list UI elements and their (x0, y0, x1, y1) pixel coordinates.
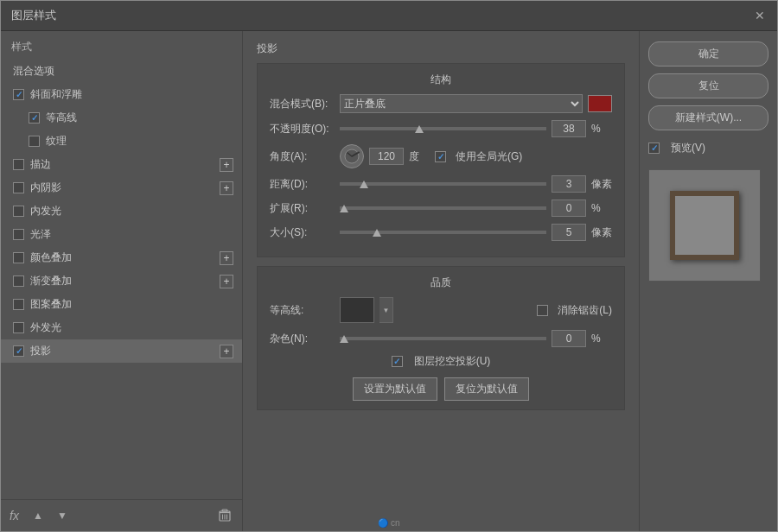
dialog-body: 样式 混合选项 斜面和浮雕 等高线 纹理 (1, 31, 777, 531)
outer-glow-checkbox[interactable] (13, 322, 24, 333)
style-item-contour[interactable]: 等高线 (1, 106, 242, 130)
angle-dial[interactable] (340, 144, 364, 168)
size-unit: 像素 (591, 225, 612, 240)
style-item-bevel[interactable]: 斜面和浮雕 (1, 83, 242, 106)
style-item-pattern-overlay[interactable]: 图案叠加 (1, 293, 242, 316)
texture-label: 纹理 (46, 134, 67, 149)
quality-group: 品质 等高线: ▼ 消除锯齿(L) (257, 266, 625, 410)
noise-row: 杂色(N): % (270, 330, 612, 347)
opacity-unit: % (591, 123, 612, 135)
antialias-checkbox[interactable] (537, 305, 548, 316)
distance-slider[interactable] (340, 182, 546, 186)
style-item-drop-shadow[interactable]: 投影 + (1, 339, 242, 363)
style-item-satin[interactable]: 光泽 (1, 223, 242, 246)
stroke-checkbox[interactable] (13, 159, 24, 170)
gradient-overlay-plus[interactable]: + (220, 275, 233, 288)
noise-slider[interactable] (340, 337, 546, 340)
styles-header: 样式 (1, 31, 242, 60)
style-item-outer-glow[interactable]: 外发光 (1, 316, 242, 339)
reset-button[interactable]: 复位 (648, 73, 768, 98)
distance-label: 距离(D): (270, 177, 335, 192)
size-slider[interactable] (340, 231, 546, 234)
preview-check-row: 预览(V) (648, 141, 768, 155)
angle-input[interactable] (369, 148, 404, 165)
inner-shadow-plus[interactable]: + (220, 181, 233, 195)
blend-mode-label: 混合模式(B): (270, 97, 335, 111)
middle-panel: 投影 结构 混合模式(B): 正片叠底 正常 溶解 滤色 叠加 (243, 31, 639, 531)
main-section-title: 投影 (257, 41, 625, 56)
gradient-overlay-checkbox[interactable] (13, 276, 24, 287)
preview-canvas (648, 169, 761, 282)
drop-shadow-plus[interactable]: + (220, 345, 233, 358)
style-item-inner-glow[interactable]: 内发光 (1, 200, 242, 223)
svg-rect-1 (222, 510, 227, 511)
color-overlay-label: 颜色叠加 (30, 250, 72, 265)
preview-inner (670, 191, 739, 260)
watermark: 🔵 cn (378, 518, 399, 528)
spread-label: 扩展(R): (270, 201, 335, 216)
reset-default-button[interactable]: 复位为默认值 (444, 377, 529, 401)
spread-slider[interactable] (340, 206, 546, 210)
pattern-overlay-checkbox[interactable] (13, 299, 24, 310)
style-item-stroke[interactable]: 描边 + (1, 153, 242, 176)
quality-contour-label: 等高线: (270, 303, 335, 318)
structure-group: 结构 混合模式(B): 正片叠底 正常 溶解 滤色 叠加 不透明度(O): (257, 63, 625, 257)
shadow-color-swatch[interactable] (588, 95, 612, 112)
style-list: 混合选项 斜面和浮雕 等高线 纹理 (1, 60, 242, 499)
drop-shadow-label: 投影 (30, 344, 51, 358)
preview-label: 预览(V) (671, 141, 705, 155)
blend-mode-select[interactable]: 正片叠底 正常 溶解 滤色 叠加 (340, 94, 583, 113)
dialog-title: 图层样式 (11, 8, 56, 23)
stroke-plus[interactable]: + (220, 158, 233, 172)
inner-glow-label: 内发光 (30, 204, 61, 218)
move-up-button[interactable]: ▲ (29, 507, 47, 524)
distance-row: 距离(D): 像素 (270, 175, 612, 193)
blending-label: 混合选项 (13, 64, 54, 79)
contour-dropdown[interactable]: ▼ (379, 297, 393, 323)
angle-unit: 度 (409, 149, 430, 164)
contour-preview[interactable] (340, 297, 374, 323)
title-bar: 图层样式 ✕ (1, 1, 777, 31)
style-item-inner-shadow[interactable]: 内阴影 + (1, 176, 242, 200)
distance-input[interactable] (552, 175, 586, 193)
preview-checkbox[interactable] (648, 142, 660, 154)
inner-shadow-checkbox[interactable] (13, 182, 24, 193)
opacity-row: 不透明度(O): % (270, 120, 612, 137)
size-row: 大小(S): 像素 (270, 224, 612, 241)
ok-button[interactable]: 确定 (648, 41, 768, 66)
bottom-buttons: 设置为默认值 复位为默认值 (270, 377, 612, 401)
move-down-button[interactable]: ▼ (54, 507, 71, 524)
noise-input[interactable] (552, 330, 586, 347)
bevel-checkbox[interactable] (13, 89, 24, 100)
delete-button[interactable] (216, 507, 233, 524)
opacity-input[interactable] (552, 120, 586, 137)
knockout-checkbox[interactable] (392, 356, 403, 367)
inner-glow-checkbox[interactable] (13, 206, 24, 217)
style-item-texture[interactable]: 纹理 (1, 130, 242, 153)
right-panel: 确定 复位 新建样式(W)... 预览(V) 🔵 cn (639, 31, 777, 531)
quality-contour-row: 等高线: ▼ 消除锯齿(L) (270, 297, 612, 323)
set-default-button[interactable]: 设置为默认值 (353, 377, 437, 401)
antialias-label: 消除锯齿(L) (558, 303, 612, 318)
left-panel-footer: fx ▲ ▼ (1, 499, 242, 531)
style-item-gradient-overlay[interactable]: 渐变叠加 + (1, 269, 242, 293)
opacity-slider[interactable] (340, 127, 546, 130)
close-button[interactable]: ✕ (753, 9, 767, 22)
angle-label: 角度(A): (270, 149, 335, 164)
size-input[interactable] (552, 224, 586, 241)
satin-label: 光泽 (30, 227, 51, 242)
style-item-blending[interactable]: 混合选项 (1, 60, 242, 83)
spread-input[interactable] (552, 200, 586, 217)
blend-mode-row: 混合模式(B): 正片叠底 正常 溶解 滤色 叠加 (270, 94, 612, 113)
color-overlay-plus[interactable]: + (220, 251, 233, 265)
drop-shadow-checkbox[interactable] (13, 345, 24, 357)
satin-checkbox[interactable] (13, 229, 24, 240)
contour-checkbox[interactable] (29, 112, 40, 124)
global-light-checkbox[interactable] (435, 151, 446, 162)
new-style-button[interactable]: 新建样式(W)... (648, 105, 768, 130)
color-overlay-checkbox[interactable] (13, 252, 24, 263)
texture-checkbox[interactable] (29, 136, 40, 147)
style-item-color-overlay[interactable]: 颜色叠加 + (1, 246, 242, 269)
global-light-label: 使用全局光(G) (456, 149, 522, 164)
outer-glow-label: 外发光 (30, 320, 61, 335)
